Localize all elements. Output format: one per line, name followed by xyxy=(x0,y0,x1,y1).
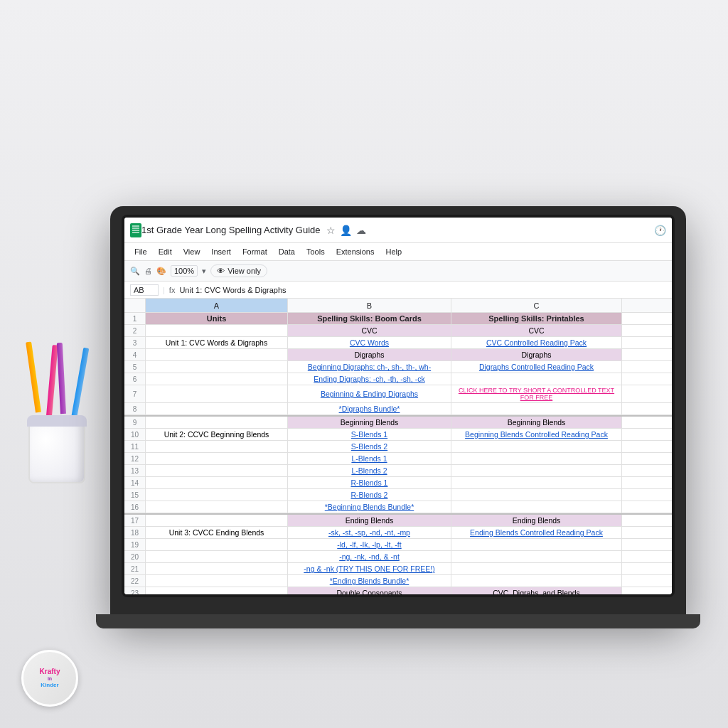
cvc-controlled-reading-link[interactable]: CVC Controlled Reading Pack xyxy=(451,337,622,348)
row-num: 10 xyxy=(124,429,146,440)
google-sheets: 1st Grade Year Long Spelling Activity Gu… xyxy=(124,218,672,594)
printables-header: Spelling Skills: Printables xyxy=(488,314,584,323)
unit2-lblends1-row: 12 L-Blends 1 xyxy=(124,453,672,465)
ld-link[interactable]: -ld, -lf, -lk, -lp, -lt, -ft xyxy=(288,539,451,550)
view-only-button[interactable]: 👁 View only xyxy=(210,264,267,277)
paint-btn[interactable]: 🎨 xyxy=(156,267,166,276)
menu-file[interactable]: File xyxy=(130,246,151,257)
star-icon[interactable]: ☆ xyxy=(326,225,336,236)
logo-text: Krafty in Kinder xyxy=(40,668,60,689)
unit2-c-empty3 xyxy=(451,453,622,464)
row-num: 11 xyxy=(124,441,146,452)
unit1-ending-digraphs-row: 6 Ending Digraphs: -ch, -th, -sh, -ck xyxy=(124,373,672,385)
unit2-sblends2-row: 11 S-Blends 2 xyxy=(124,441,672,453)
sheet-body: 1 Units Spelling Skills: Boom Cards Spel… xyxy=(124,313,672,594)
unit2-empty5 xyxy=(146,477,288,488)
row-num: 5 xyxy=(124,361,146,373)
sheets-icon xyxy=(130,223,141,237)
row-num: 16 xyxy=(124,501,146,513)
col-header-c[interactable]: C xyxy=(451,299,622,312)
ending-digraphs-link[interactable]: Ending Digraphs: -ch, -th, -sh, -ck xyxy=(288,373,451,385)
unit2-c-empty6 xyxy=(451,489,622,500)
logo-kinder: Kinder xyxy=(40,682,60,689)
digraphs-section-c: Digraphs xyxy=(451,349,622,360)
menu-bar: File Edit View Insert Format Data Tools … xyxy=(124,243,672,260)
unit1-empty3 xyxy=(146,373,288,385)
unit2-c-empty7 xyxy=(451,501,622,513)
unit2-empty2 xyxy=(146,441,288,452)
column-headers: A B C xyxy=(124,299,672,313)
search-toolbar-btn[interactable]: 🔍 xyxy=(130,267,140,276)
rblends1-link[interactable]: R-Blends 1 xyxy=(288,477,451,488)
row-num: 20 xyxy=(124,551,146,562)
menu-format[interactable]: Format xyxy=(238,246,272,257)
unit3-sk-row: 18 Unit 3: CVCC Ending Blends -sk, -st, … xyxy=(124,527,672,539)
row-num: 13 xyxy=(124,465,146,476)
beginning-digraphs-link[interactable]: Beginning Digraphs: ch-, sh-, th-, wh- xyxy=(288,361,451,373)
cloud-icon[interactable]: ☁ xyxy=(356,225,366,236)
ng-link[interactable]: -ng, -nk, -nd, & -nt xyxy=(288,551,451,562)
digraphs-controlled-reading-link[interactable]: Digraphs Controlled Reading Pack xyxy=(451,361,622,373)
sblends1-link[interactable]: S-Blends 1 xyxy=(288,429,451,440)
beg-blends-bundle-link[interactable]: *Beginning Blends Bundle* xyxy=(288,501,451,513)
lblends2-link[interactable]: L-Blends 2 xyxy=(288,465,451,476)
ng-nk-free-link[interactable]: -ng & -nk (TRY THIS ONE FOR FREE!) xyxy=(288,563,451,574)
pencil-pink xyxy=(46,345,58,416)
digraphs-bundle-link[interactable]: *Digraphs Bundle* xyxy=(288,403,451,414)
digraphs-section-b: Digraphs xyxy=(288,349,451,360)
row-num: 6 xyxy=(124,373,146,385)
row-num: 22 xyxy=(124,575,146,587)
unit1-beg-end-digraphs-row: 7 Beginning & Ending Digraphs CLICK HERE… xyxy=(124,385,672,403)
ending-blends-bundle-link[interactable]: *Ending Blends Bundle* xyxy=(288,575,451,587)
unit2-c-empty5 xyxy=(451,477,622,488)
free-text-link[interactable]: CLICK HERE TO TRY SHORT A CONTROLLED TEX… xyxy=(451,385,622,402)
col-header-b[interactable]: B xyxy=(288,299,451,312)
pencil-orange xyxy=(26,341,41,412)
beg-end-digraphs-link[interactable]: Beginning & Ending Digraphs xyxy=(288,385,451,402)
unit2-c-empty2 xyxy=(451,441,622,452)
menu-insert[interactable]: Insert xyxy=(207,246,235,257)
unit1-cvc-words-row: 3 Unit 1: CVC Words & Digraphs CVC Words… xyxy=(124,337,672,349)
unit3-c-empty5 xyxy=(451,575,622,587)
row-num-header xyxy=(124,299,146,312)
unit1-beginning-digraphs-row: 5 Beginning Digraphs: ch-, sh-, th-, wh-… xyxy=(124,361,672,373)
col-c-header-cell: Spelling Skills: Printables xyxy=(451,313,622,324)
profile-icon[interactable]: 👤 xyxy=(340,225,352,236)
laptop-base xyxy=(96,614,700,628)
menu-help[interactable]: Help xyxy=(381,246,406,257)
print-btn[interactable]: 🖨 xyxy=(144,267,152,275)
end-blends-section-b: Ending Blends xyxy=(288,515,451,526)
unit1-digraphs-header-row: 4 Digraphs Digraphs xyxy=(124,349,672,361)
unit2-lblends2-row: 13 L-Blends 2 xyxy=(124,465,672,477)
menu-edit[interactable]: Edit xyxy=(154,246,176,257)
col-b-header-cell: Spelling Skills: Boom Cards xyxy=(288,313,451,324)
pencil-blue xyxy=(71,348,89,419)
history-icon[interactable]: 🕐 xyxy=(654,225,666,236)
menu-data[interactable]: Data xyxy=(274,246,299,257)
menu-view[interactable]: View xyxy=(179,246,205,257)
formula-fx: fx xyxy=(169,286,176,294)
col-header-a[interactable]: A xyxy=(146,299,288,312)
end-blends-section-c: Ending Blends xyxy=(451,515,622,526)
unit2-empty xyxy=(146,417,288,428)
pencil-purple xyxy=(57,343,66,414)
rblends2-link[interactable]: R-Blends 2 xyxy=(288,489,451,500)
header-row: 1 Units Spelling Skills: Boom Cards Spel… xyxy=(124,313,672,325)
col-a-header-cell: Units xyxy=(146,313,288,324)
cell-reference[interactable]: AB xyxy=(130,284,159,296)
beg-blends-section-b: Beginning Blends xyxy=(288,417,451,428)
lblends1-link[interactable]: L-Blends 1 xyxy=(288,453,451,464)
zoom-level[interactable]: 100% xyxy=(171,265,198,277)
cvc-words-link[interactable]: CVC Words xyxy=(288,337,451,348)
menu-tools[interactable]: Tools xyxy=(302,246,329,257)
zoom-dropdown-icon[interactable]: ▾ xyxy=(202,267,206,276)
row-num: 7 xyxy=(124,385,146,402)
beg-blends-controlled-reading-link[interactable]: Beginning Blends Controlled Reading Pack xyxy=(451,429,622,440)
unit2-rblends1-row: 14 R-Blends 1 xyxy=(124,477,672,489)
unit3-ld-row: 19 -ld, -lf, -lk, -lp, -lt, -ft xyxy=(124,539,672,551)
sk-link[interactable]: -sk, -st, -sp, -nd, -nt, -mp xyxy=(288,527,451,538)
unit3-empty6 xyxy=(146,587,288,594)
sblends2-link[interactable]: S-Blends 2 xyxy=(288,441,451,452)
end-blends-controlled-link[interactable]: Ending Blends Controlled Reading Pack xyxy=(451,527,622,538)
menu-extensions[interactable]: Extensions xyxy=(332,246,379,257)
